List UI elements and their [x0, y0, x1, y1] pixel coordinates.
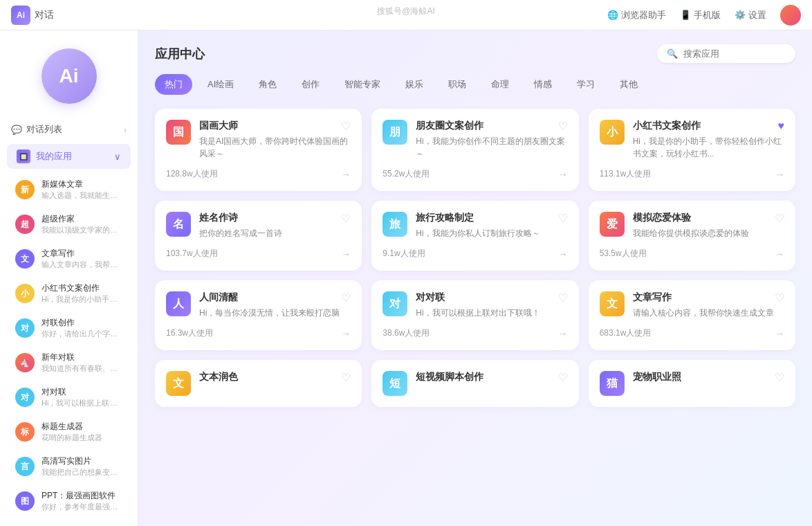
mobile-version-button[interactable]: 📱 手机版 — [680, 9, 721, 21]
sidebar: Ai 💬 对话列表 › 🔲 我的应用 ∨ 新 新媒体文章 输入选题，我就能生成一… — [0, 30, 138, 526]
sidebar-item[interactable]: 对 对联创作 你好，请给出几个字词，自由创... — [6, 311, 132, 345]
app-card-header: 朋 朋友圈文案创作 Hi，我能为你创作不同主题的朋友圈文案～ — [382, 120, 567, 160]
tab-item[interactable]: AI绘画 — [198, 74, 243, 95]
sidebar-item-icon: 言 — [15, 457, 35, 476]
app-card: 名 姓名作诗 把你的姓名写成一首诗 ♡ 103.7w人使用 → — [155, 201, 362, 271]
mobile-version-label: 手机版 — [694, 9, 721, 21]
tab-item[interactable]: 热门 — [155, 74, 192, 95]
sidebar-item-title: 超级作家 — [41, 213, 122, 225]
favorite-button[interactable]: ♡ — [341, 120, 351, 133]
favorite-button[interactable]: ♡ — [558, 120, 568, 133]
arrow-icon[interactable]: → — [775, 169, 784, 180]
favorite-button[interactable]: ♡ — [558, 371, 568, 384]
users-count: 113.1w人使用 — [600, 168, 652, 180]
tab-item[interactable]: 智能专家 — [335, 74, 390, 95]
tab-item[interactable]: 命理 — [481, 74, 519, 95]
app-card-info: 人间清醒 Hi，每当你冷漠无情，让我来殴打恋脑 — [199, 291, 351, 319]
tab-item[interactable]: 学习 — [567, 74, 605, 95]
sidebar-item-text: 标题生成器 花哨的标题生成器 — [41, 421, 122, 443]
favorite-button[interactable]: ♥ — [778, 120, 785, 132]
app-card-title: 旅行攻略制定 — [416, 212, 567, 224]
sidebar-item-title: 高清写实图片 — [41, 455, 122, 467]
app-card-icon: 短 — [382, 371, 407, 396]
arrow-icon[interactable]: → — [558, 169, 568, 180]
sidebar-item[interactable]: 标 标题生成器 花哨的标题生成器 — [6, 415, 132, 448]
search-box[interactable]: 🔍 — [657, 44, 795, 63]
app-card-icon: 猫 — [600, 371, 625, 396]
tab-item[interactable]: 其他 — [610, 74, 647, 95]
users-count: 16.3w人使用 — [166, 327, 213, 339]
favorite-button[interactable]: ♡ — [341, 371, 351, 384]
arrow-icon[interactable]: → — [775, 248, 784, 260]
arrow-icon[interactable]: → — [341, 328, 351, 339]
content-header: 应用中心 🔍 — [155, 44, 795, 63]
app-card-desc: Hi，我可以根据上联对出下联哦！ — [416, 307, 567, 319]
app-card-desc: 把你的姓名写成一首诗 — [199, 227, 351, 239]
sidebar-item-title: 文章写作 — [41, 248, 122, 260]
sidebar-item[interactable]: 对 对对联 Hi，我可以根据上联对出下联哦！ — [6, 381, 132, 414]
conversations-label: 对话列表 — [26, 123, 62, 136]
favorite-button[interactable]: ♡ — [558, 291, 568, 305]
app-card-icon: 小 — [600, 120, 625, 145]
sidebar-item[interactable]: 新 新媒体文章 输入选题，我就能生成一篇有深... — [6, 173, 132, 206]
gear-icon: ⚙️ — [735, 10, 746, 20]
app-card-footer: 16.3w人使用 → — [166, 327, 351, 339]
app-card-icon: 爱 — [600, 212, 625, 237]
favorite-button[interactable]: ♡ — [775, 212, 784, 225]
tab-item[interactable]: 创作 — [292, 74, 329, 95]
app-card-info: 短视频脚本创作 — [416, 371, 567, 386]
sidebar-logo: Ai — [41, 48, 97, 104]
arrow-icon[interactable]: → — [558, 328, 568, 339]
sidebar-item-text: 对对联 Hi，我可以根据上联对出下联哦！ — [41, 386, 122, 408]
sidebar-item[interactable]: 文 文章写作 输入文章内容，我帮您快速生... — [6, 242, 132, 275]
content-area: 应用中心 🔍 热门AI绘画角色创作智能专家娱乐职场命理情感学习其他 国 国画大师… — [138, 30, 812, 526]
favorite-button[interactable]: ♡ — [341, 212, 351, 225]
arrow-icon[interactable]: → — [341, 248, 351, 260]
app-card-info: 小红书文案创作 Hi，我是你的小助手，带你轻松创作小红书文案，玩转小红书... — [633, 120, 784, 160]
app-card-footer: 53.5w人使用 → — [600, 248, 784, 260]
app-card-desc: Hi，我能为你创作不同主题的朋友圈文案～ — [416, 135, 567, 160]
sidebar-item-icon: 对 — [15, 388, 35, 407]
app-card-title: 对对联 — [416, 291, 567, 304]
tab-item[interactable]: 情感 — [524, 74, 562, 95]
browser-helper-button[interactable]: 🌐 浏览器助手 — [607, 9, 666, 21]
tab-item[interactable]: 职场 — [439, 74, 476, 95]
tab-item[interactable]: 娱乐 — [396, 74, 433, 95]
app-card-title: 文本润色 — [199, 371, 351, 383]
content-title: 应用中心 — [155, 46, 205, 62]
app-card-header: 旅 旅行攻略制定 Hi，我能为你私人订制旅行攻略～ — [382, 212, 567, 239]
topbar-right: 🌐 浏览器助手 📱 手机版 ⚙️ 设置 — [607, 5, 801, 26]
sidebar-item-text: 文章写作 输入文章内容，我帮您快速生... — [41, 248, 122, 270]
app-card-header: 名 姓名作诗 把你的姓名写成一首诗 — [166, 212, 351, 239]
sidebar-item-icon: 对 — [15, 318, 35, 338]
search-input[interactable] — [683, 48, 786, 59]
app-card: 旅 旅行攻略制定 Hi，我能为你私人订制旅行攻略～ ♡ 9.1w人使用 → — [371, 201, 578, 271]
users-count: 128.8w人使用 — [166, 168, 218, 180]
arrow-icon[interactable]: → — [558, 248, 568, 260]
app-card-footer: 38.6w人使用 → — [382, 327, 567, 339]
sidebar-item[interactable]: 图 PPT：最强画图软件 你好，参考年度最强PPT模板... — [6, 484, 132, 518]
conversations-section: 💬 对话列表 › — [0, 118, 138, 141]
app-card-title: 人间清醒 — [199, 291, 351, 304]
app-card-title: 文章写作 — [633, 291, 784, 304]
tab-item[interactable]: 角色 — [249, 74, 286, 95]
app-card-desc: 我是AI国画大师，带你跨时代体验国画的风采～ — [199, 135, 351, 160]
main-container: Ai 💬 对话列表 › 🔲 我的应用 ∨ 新 新媒体文章 输入选题，我就能生成一… — [0, 30, 812, 526]
user-avatar[interactable] — [780, 5, 801, 26]
sidebar-item-title: 新年对联 — [41, 352, 122, 363]
favorite-button[interactable]: ♡ — [775, 291, 784, 305]
arrow-icon[interactable]: → — [341, 169, 351, 180]
sidebar-item[interactable]: 🦄 新年对联 我知道所有有春联、对联、而且语... — [6, 346, 132, 379]
settings-button[interactable]: ⚙️ 设置 — [735, 9, 766, 21]
sidebar-item[interactable]: 小 小红书文案创作 Hi，我是你的小助手，带你轻松... — [6, 277, 132, 310]
favorite-button[interactable]: ♡ — [558, 212, 568, 225]
app-card-icon: 文 — [166, 371, 191, 396]
sidebar-item[interactable]: 超 超级作家 我能以顶级文学家的笔力为你的... — [6, 208, 132, 241]
favorite-button[interactable]: ♡ — [775, 371, 784, 384]
my-apps-section[interactable]: 🔲 我的应用 ∨ — [7, 144, 131, 169]
app-card-header: 人 人间清醒 Hi，每当你冷漠无情，让我来殴打恋脑 — [166, 291, 351, 319]
favorite-button[interactable]: ♡ — [341, 291, 351, 305]
sidebar-item[interactable]: 言 高清写实图片 我能把自己的想象变成真实图像... — [6, 450, 132, 483]
arrow-icon[interactable]: → — [775, 328, 784, 339]
sidebar-item-icon: 新 — [15, 180, 35, 199]
